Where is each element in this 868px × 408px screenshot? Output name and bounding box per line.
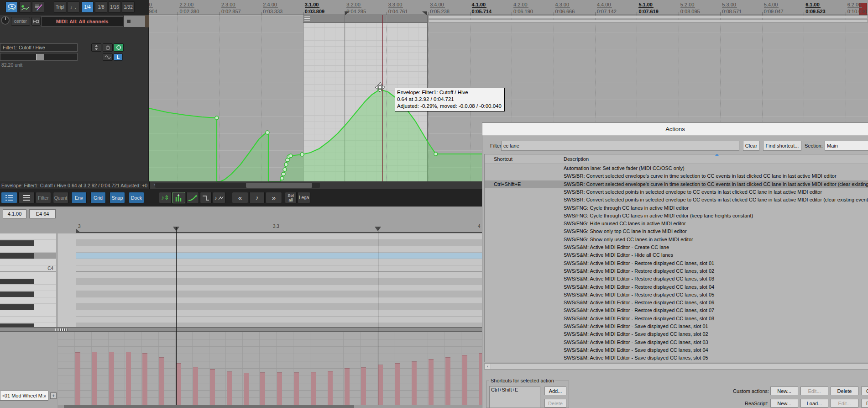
action-row[interactable]: SWS/S&M: Active MIDI Editor - Create CC … [485,244,868,251]
envelope-range-button[interactable] [91,43,101,52]
cc-event-bar[interactable] [227,371,232,405]
envelope-value-slider[interactable] [0,53,78,61]
note-grid-row[interactable] [76,317,482,323]
action-row[interactable]: SWS/S&M: Active MIDI Editor - Save displ… [485,339,868,346]
action-row[interactable]: SWS/S&M: Active MIDI Editor - Restore di… [485,283,868,291]
envelope-point[interactable] [289,154,293,158]
envelope-point[interactable] [284,163,288,166]
toolbar-button-Tripl[interactable]: Tripl [54,1,66,13]
envelope-points-button[interactable] [19,1,31,13]
note-grid-row[interactable] [76,285,482,291]
pan-knob[interactable] [1,16,10,25]
toolbar-button-[interactable]: ♩. [67,1,79,13]
scrollbar-trough[interactable] [155,183,320,188]
custom-action-delete-button[interactable]: Delete [831,387,858,395]
action-row[interactable]: SWS/FNG: Show only used CC lanes in acti… [485,236,868,244]
piano-key[interactable] [0,246,56,253]
note-grid-row[interactable] [76,259,482,265]
midi-hamburger-button[interactable] [18,192,35,203]
envelope-visibility-button[interactable] [5,1,18,13]
black-key[interactable] [0,291,34,297]
piano-key[interactable] [0,323,56,327]
cc-event-bar[interactable] [277,372,282,405]
cc-event-bar[interactable] [260,372,265,405]
cc-event-bar[interactable] [395,363,400,405]
actions-list-header[interactable]: Shortcut Description [485,154,868,164]
envelope-point[interactable] [266,131,269,134]
scroll-left-arrow-icon[interactable]: ‹ [485,364,491,369]
lane-divider[interactable] [0,327,482,332]
docker-tab[interactable] [124,16,145,27]
midi-note-grid[interactable] [58,233,482,327]
envelope-name-field[interactable]: Filter1: Cutoff / Hive [0,43,78,52]
action-row[interactable]: SWS/FNG: Cycle through CC lanes in activ… [485,212,868,220]
cc-event-bar[interactable] [142,353,147,405]
arrange-horizontal-scrollbar[interactable]: ◄ [149,181,482,189]
actions-list-hscrollbar[interactable]: ‹ [484,363,868,370]
black-key[interactable] [0,279,34,284]
action-row[interactable]: SWS/S&M: Active MIDI Editor - Save displ… [485,346,868,354]
midi-editor-ruler[interactable]: 33.34 [0,223,482,233]
action-row[interactable]: Ctrl+Shift+ESWS/BR: Convert selected env… [485,180,868,188]
action-row[interactable]: SWS/BR: Convert selected points in selec… [485,196,868,204]
piano-key[interactable] [0,253,56,259]
curve-tool-button[interactable] [186,192,199,203]
pan-center-button[interactable]: center [11,17,30,26]
black-key[interactable] [0,253,34,259]
add-shortcut-button[interactable]: Add... [544,387,566,395]
envelope-active-button[interactable] [114,43,124,52]
select-all-button[interactable]: Sel all [285,192,297,203]
envelope-bypass-button[interactable] [103,43,113,52]
note-grid-row[interactable] [76,304,482,310]
note-grid-row[interactable] [76,291,482,297]
midi-toolbar-quant-button[interactable]: Quant [53,192,68,203]
note-grid-row[interactable] [76,297,482,304]
cc-event-bar[interactable] [445,357,450,405]
custom-action-new-button[interactable]: New... [770,387,798,395]
toolbar-button-132[interactable]: 1/32 [122,1,135,13]
piano-key[interactable] [0,310,56,317]
cc-event-bar[interactable] [412,361,417,405]
piano-key[interactable] [0,259,56,265]
envelope-point[interactable] [282,172,285,176]
action-row[interactable]: SWS/S&M: Active MIDI Editor - Save displ… [485,354,868,362]
cc-event-bar[interactable] [311,372,316,405]
action-row[interactable]: SWS/BR: Convert selected points in selec… [485,188,868,196]
actions-dialog-title[interactable]: Actions [482,123,868,136]
divider-grip-icon[interactable] [55,329,68,331]
scrollbar-thumb[interactable] [246,183,312,188]
action-row[interactable]: SWS/FNG: Hide unused CC lanes in active … [485,220,868,228]
note-grid-row[interactable] [76,233,482,240]
midi-toolbar-grid-button[interactable]: Grid [90,192,106,203]
note-grid-row[interactable] [76,246,482,253]
note-grid-row[interactable] [76,323,482,327]
cc-event-bar[interactable] [345,368,350,405]
insert-note-button[interactable]: ♪ [249,192,265,203]
arrange-timeline-ruler[interactable]: 2.1.000:01.9042.2.000:02.3802.3.000:02.8… [149,0,868,15]
envelope-shape-button[interactable] [103,53,113,61]
piano-key[interactable] [0,304,56,310]
note-grid-row[interactable] [76,253,482,259]
action-row[interactable]: SWS/S&M: Active MIDI Editor - Restore di… [485,260,868,267]
envelope-point[interactable] [434,152,438,156]
reascript-edit-button[interactable]: Edit... [831,399,858,408]
action-row[interactable]: SWS/S&M: Active MIDI Editor - Restore di… [485,275,868,283]
piano-key[interactable] [0,272,56,278]
cc-events-button[interactable] [173,192,185,203]
note-transpose-button[interactable]: ♪⇕ [159,192,172,203]
cc-event-bar[interactable] [462,355,467,405]
action-row[interactable]: SWS/S&M: Active MIDI Editor - Restore di… [485,315,868,323]
action-row[interactable]: SWS/S&M: Active MIDI Editor - Save displ… [485,323,868,330]
note-envelope-button[interactable]: ♪ [213,192,225,203]
cc-event-bar[interactable] [176,363,181,405]
cc-event-bar[interactable] [159,357,164,405]
piano-key[interactable]: C4 [0,265,56,272]
midi-filter-display[interactable]: MIDI: All: All channels [41,16,123,26]
piano-key[interactable] [0,240,56,246]
reascript-new-button[interactable]: New... [770,399,798,408]
next-note-button[interactable]: » [266,192,282,203]
add-cc-lane-button[interactable]: + [50,392,57,399]
shortcuts-listbox[interactable]: Ctrl+Shift+E [489,386,540,408]
cc-event-bar[interactable] [378,365,383,405]
midi-horizontal-scrollbar[interactable] [58,405,482,408]
